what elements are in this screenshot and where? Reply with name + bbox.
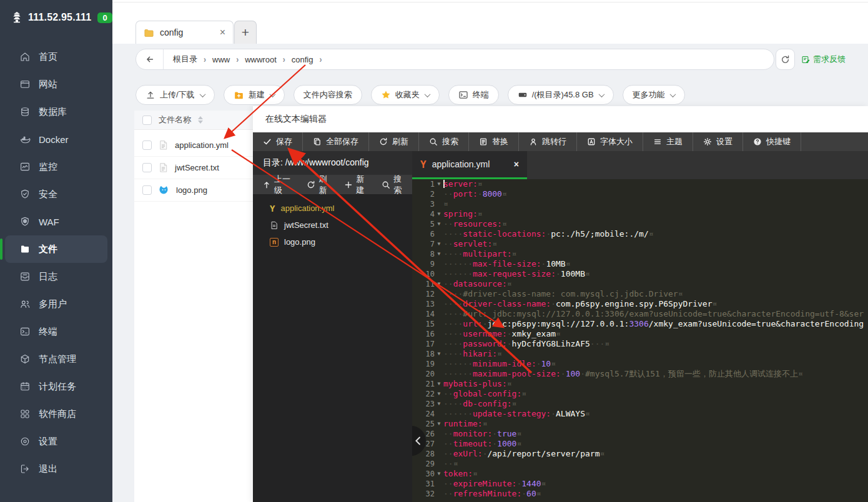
fold-arrow-icon[interactable]: ▼ xyxy=(435,399,443,409)
row-checkbox[interactable] xyxy=(142,185,152,195)
fold-arrow-icon[interactable]: ▼ xyxy=(435,349,443,359)
breadcrumb-item[interactable]: www xyxy=(209,55,233,64)
hotkeys-button[interactable]: 快捷键 xyxy=(743,132,801,151)
sidebar-item-nodes[interactable]: 节点管理 xyxy=(0,345,112,373)
line-number[interactable]: 24 xyxy=(412,409,435,419)
sidebar-item-home[interactable]: 首页 xyxy=(0,43,112,71)
line-number[interactable]: 17 xyxy=(412,339,435,349)
line-number[interactable]: 31 xyxy=(412,479,435,489)
sidebar-item-settings[interactable]: 设置 xyxy=(0,428,112,455)
line-number[interactable]: 14 xyxy=(412,309,435,319)
line-number[interactable]: 4 xyxy=(412,209,435,219)
sidebar-item-waf[interactable]: WAF xyxy=(0,208,112,235)
disk-button[interactable]: /(根目录)45.8 GB xyxy=(508,85,614,105)
sidebar-item-docker[interactable]: Docker xyxy=(0,126,112,153)
sidebar-item-database[interactable]: 数据库 xyxy=(0,98,112,126)
terminal-button[interactable]: 终端 xyxy=(448,85,499,105)
refresh-button[interactable] xyxy=(776,49,795,70)
settings-button[interactable]: 设置 xyxy=(693,132,743,151)
editor-tab-application-yml[interactable]: Y application.yml × xyxy=(412,151,527,179)
line-number[interactable]: 32 xyxy=(412,489,435,499)
tree-refresh-button[interactable]: 刷新 xyxy=(301,175,337,194)
tree-search-button[interactable]: 搜索 xyxy=(376,175,412,194)
file-row[interactable]: application.yml xyxy=(134,134,253,157)
replace-button[interactable]: 替换 xyxy=(469,132,519,151)
sidebar-item-store[interactable]: 软件商店 xyxy=(0,400,112,428)
tree-file-item[interactable]: jwtSecret.txt xyxy=(253,217,412,234)
back-button[interactable] xyxy=(136,49,164,69)
line-number[interactable]: 16 xyxy=(412,329,435,339)
feedback-link[interactable]: 需求反馈 xyxy=(801,54,846,65)
favorites-button[interactable]: 收藏夹 xyxy=(371,85,440,105)
fold-arrow-icon[interactable]: ▼ xyxy=(435,209,443,219)
breadcrumb-item[interactable]: config xyxy=(289,55,317,64)
tree-file-item[interactable]: nlogo.png xyxy=(253,234,412,250)
line-number[interactable]: 20 xyxy=(412,369,435,379)
line-number[interactable]: 3 xyxy=(412,199,435,209)
line-number[interactable]: 15 xyxy=(412,319,435,329)
line-number[interactable]: 21 xyxy=(412,379,435,389)
line-number[interactable]: 23 xyxy=(412,399,435,409)
sidebar-item-files[interactable]: 文件 xyxy=(5,235,107,263)
editor-tab-close-icon[interactable]: × xyxy=(514,159,519,169)
line-number[interactable]: 9 xyxy=(412,259,435,269)
goto-line-button[interactable]: 跳转行 xyxy=(519,132,577,151)
line-number[interactable]: 10 xyxy=(412,269,435,279)
sidebar-item-terminal[interactable]: 终端 xyxy=(0,318,112,345)
line-number[interactable]: 11 xyxy=(412,279,435,289)
line-number[interactable]: 22 xyxy=(412,389,435,399)
panel-logo[interactable]: 111.52.95.111 0 xyxy=(10,11,112,24)
line-number[interactable]: 12 xyxy=(412,289,435,299)
row-checkbox[interactable] xyxy=(142,140,152,150)
search-button[interactable]: 搜索 xyxy=(419,132,469,151)
sidebar-item-logs[interactable]: 日志 xyxy=(0,263,112,290)
code-editor[interactable]: 1▼server:¤2··port:·8000¤3¤4▼spring:¤5▼··… xyxy=(412,179,868,502)
line-number[interactable]: 19 xyxy=(412,359,435,369)
font-size-button[interactable]: 字体大小 xyxy=(577,132,643,151)
more-button[interactable]: 更多功能 xyxy=(623,85,685,105)
select-all-checkbox[interactable] xyxy=(142,116,152,125)
sort-icon[interactable] xyxy=(198,116,203,124)
upload-button[interactable]: 上传/下载 xyxy=(136,85,215,105)
tab-close-icon[interactable]: × xyxy=(220,27,225,37)
file-row[interactable]: logo.png xyxy=(134,179,253,202)
alert-count-badge[interactable]: 0 xyxy=(97,12,112,23)
fold-arrow-icon[interactable]: ▼ xyxy=(435,419,443,429)
fold-arrow-icon[interactable]: ▼ xyxy=(435,469,443,479)
sidebar-item-security[interactable]: 安全 xyxy=(0,180,112,208)
content-search-button[interactable]: 文件内容搜索 xyxy=(293,85,362,105)
sidebar-item-cron[interactable]: 计划任务 xyxy=(0,373,112,400)
file-row[interactable]: jwtSecret.txt xyxy=(134,157,253,179)
line-number[interactable]: 29 xyxy=(412,459,435,469)
sidebar-item-users[interactable]: 多用户 xyxy=(0,290,112,318)
line-number[interactable]: 18 xyxy=(412,349,435,359)
tree-up-button[interactable]: 上一级 xyxy=(257,175,300,194)
fold-arrow-icon[interactable]: ▼ xyxy=(435,239,443,249)
sidebar-item-monitor[interactable]: 监控 xyxy=(0,153,112,180)
line-number[interactable]: 5 xyxy=(412,219,435,229)
row-checkbox[interactable] xyxy=(142,163,152,172)
tree-new-button[interactable]: 新建 xyxy=(338,175,375,194)
filename-column-header[interactable]: 文件名称 xyxy=(159,114,191,126)
tab-config[interactable]: config × xyxy=(136,21,234,44)
save-button[interactable]: 保存 xyxy=(253,132,303,151)
fold-arrow-icon[interactable]: ▼ xyxy=(435,389,443,399)
new-tab-button[interactable]: + xyxy=(234,21,257,44)
sidebar-item-site[interactable]: 网站 xyxy=(0,71,112,98)
line-number[interactable]: 7 xyxy=(412,239,435,249)
fold-arrow-icon[interactable]: ▼ xyxy=(435,279,443,289)
theme-button[interactable]: 主题 xyxy=(643,132,693,151)
fold-arrow-icon[interactable]: ▼ xyxy=(435,249,443,259)
line-number[interactable]: 13 xyxy=(412,299,435,309)
line-number[interactable]: 1 xyxy=(412,179,435,189)
fold-arrow-icon[interactable]: ▼ xyxy=(435,179,443,189)
refresh-button[interactable]: 刷新 xyxy=(369,132,419,151)
save-all-button[interactable]: 全部保存 xyxy=(303,132,369,151)
line-number[interactable]: 6 xyxy=(412,229,435,239)
new-button[interactable]: 新建 xyxy=(224,85,285,105)
breadcrumb-item[interactable]: 根目录 xyxy=(170,54,200,65)
tree-file-item[interactable]: Yapplication.yml xyxy=(253,200,412,217)
fold-arrow-icon[interactable]: ▼ xyxy=(435,379,443,389)
line-number[interactable]: 30 xyxy=(412,469,435,479)
sidebar-item-exit[interactable]: 退出 xyxy=(0,455,112,483)
